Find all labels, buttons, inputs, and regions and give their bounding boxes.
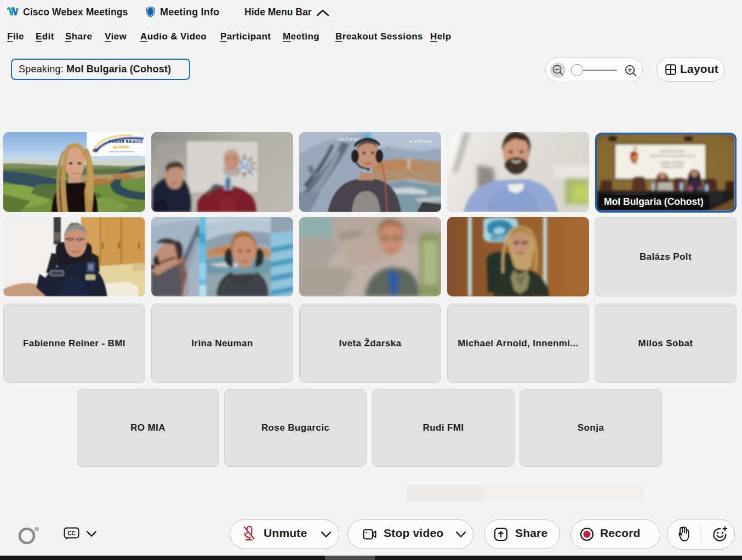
svg-text:Министерство на вътрешните раб: Министерство на вътрешните работи bbox=[650, 154, 695, 157]
svg-text:DANUBE REGION: DANUBE REGION bbox=[109, 140, 142, 144]
svg-text:viadonau: viadonau bbox=[336, 136, 361, 142]
svg-text:connecting for prosperity: connecting for prosperity bbox=[109, 150, 134, 153]
svg-text:viadonau: viadonau bbox=[409, 138, 433, 144]
svg-text:Република България: Република България bbox=[660, 150, 685, 153]
svg-text:Republic of Bulgaria: Republic of Bulgaria bbox=[660, 161, 684, 164]
svg-text:CC: CC bbox=[67, 530, 75, 536]
svg-text:Ministry of Interior: Ministry of Interior bbox=[661, 165, 684, 168]
svg-text:strategy: strategy bbox=[112, 144, 129, 149]
